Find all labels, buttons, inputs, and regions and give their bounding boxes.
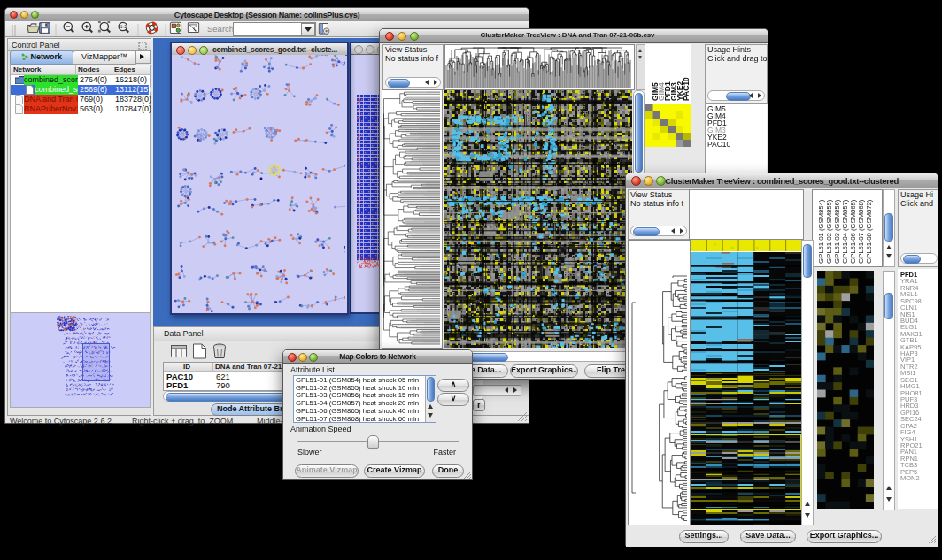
svg-text:1:1: 1:1 <box>120 24 127 29</box>
